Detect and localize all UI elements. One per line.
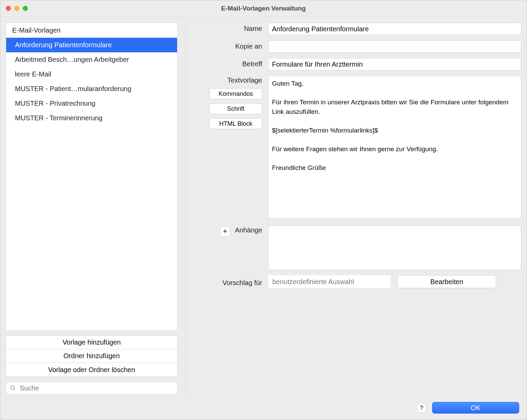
footer: ? OK <box>0 399 527 420</box>
window-title: E-Mail-Vorlagen Verwaltung <box>0 5 527 12</box>
suggestion-input[interactable] <box>268 275 391 288</box>
tree-header: E-Mail-Vorlagen <box>6 23 177 38</box>
svg-line-1 <box>14 389 15 390</box>
label-body: Textvorlage <box>227 76 262 84</box>
label-suggestion: Vorschlag für <box>200 277 268 287</box>
label-cc: Kopie an <box>200 40 268 50</box>
body-textarea[interactable] <box>268 76 521 218</box>
right-pane: Name Kopie an Betreff <box>192 23 521 395</box>
template-item[interactable]: MUSTER - Patient…mularanforderung <box>6 82 177 96</box>
template-item[interactable]: leere E-Mail <box>6 67 177 82</box>
label-name: Name <box>200 23 268 33</box>
left-pane: E-Mail-Vorlagen Anforderung Patientenfor… <box>6 23 186 395</box>
label-subject: Betreff <box>200 58 268 68</box>
search-icon <box>10 385 16 391</box>
ok-button[interactable]: OK <box>432 402 519 414</box>
label-attachments: Anhänge <box>235 226 262 234</box>
add-attachment-button[interactable]: + <box>220 226 230 237</box>
html-block-button[interactable]: HTML Block <box>209 118 262 129</box>
svg-point-0 <box>11 386 14 389</box>
template-item[interactable]: Anforderung Patientenformulare <box>6 38 177 52</box>
add-folder-button[interactable]: Ordner hinzufügen <box>6 349 177 363</box>
cc-field[interactable] <box>268 40 521 53</box>
template-tree[interactable]: E-Mail-Vorlagen Anforderung Patientenfor… <box>6 23 177 331</box>
search-wrap <box>6 382 177 395</box>
search-input[interactable] <box>6 382 177 395</box>
help-button[interactable]: ? <box>417 403 427 413</box>
content: E-Mail-Vorlagen Anforderung Patientenfor… <box>0 17 527 399</box>
email-templates-window: E-Mail-Vorlagen Verwaltung E-Mail-Vorlag… <box>0 0 527 420</box>
edit-suggestion-button[interactable]: Bearbeiten <box>397 275 496 288</box>
sidebar-buttons: Vorlage hinzufügen Ordner hinzufügen Vor… <box>6 335 177 377</box>
titlebar: E-Mail-Vorlagen Verwaltung <box>0 0 527 17</box>
template-item[interactable]: MUSTER - Terminerinnerung <box>6 111 177 125</box>
add-template-button[interactable]: Vorlage hinzufügen <box>6 336 177 349</box>
delete-button[interactable]: Vorlage oder Ordner löschen <box>6 363 177 377</box>
name-field[interactable] <box>268 23 521 35</box>
attachments-box[interactable] <box>268 226 521 270</box>
template-item[interactable]: MUSTER - Privatrechnung <box>6 96 177 111</box>
font-button[interactable]: Schrift <box>209 103 262 114</box>
subject-field[interactable] <box>268 58 521 70</box>
commands-button[interactable]: Kommandos <box>209 88 262 99</box>
template-item[interactable]: Arbeitmed Besch…ungen Arbeitgeber <box>6 52 177 67</box>
